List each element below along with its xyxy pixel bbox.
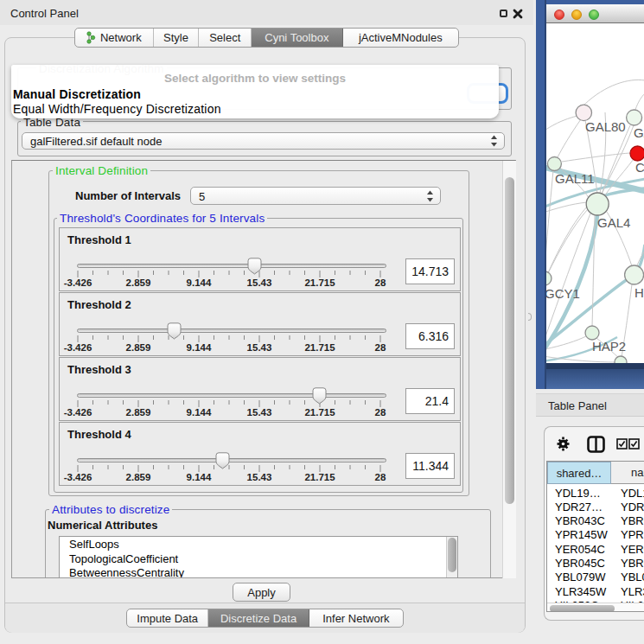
- svg-text:C: C: [635, 160, 644, 175]
- svg-text:GCY1: GCY1: [546, 286, 580, 301]
- svg-text:GAL80: GAL80: [585, 119, 626, 134]
- svg-text:H: H: [634, 285, 644, 300]
- svg-text:GAL11: GAL11: [555, 171, 595, 186]
- svg-text:HAP2: HAP2: [592, 339, 626, 354]
- svg-text:GA: GA: [634, 125, 644, 140]
- svg-text:GAL4: GAL4: [597, 215, 630, 230]
